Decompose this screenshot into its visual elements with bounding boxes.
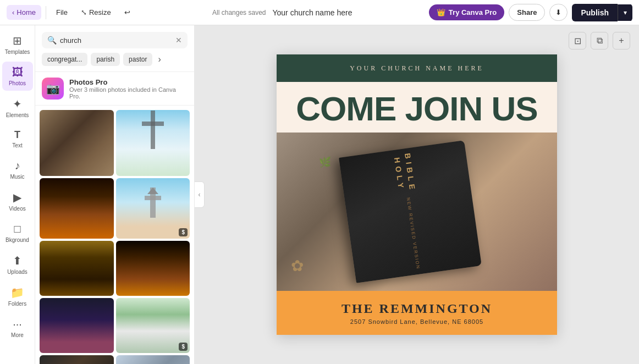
- divider: [46, 6, 46, 19]
- svg-rect-0: [151, 111, 155, 149]
- canvas-area: ‹ ⊡ ⧉ + YOUR CHURCH NAME HERE COME JOIN …: [195, 25, 639, 364]
- flyer-image-bg: HOLY BIBLE NEW REVISED VERSION ✿ 🌿: [277, 133, 557, 291]
- sidebar-item-text[interactable]: T Text: [2, 125, 33, 153]
- photo-item[interactable]: [116, 355, 190, 364]
- photos-pro-banner[interactable]: 📷 Photos Pro Over 3 million photos inclu…: [35, 71, 194, 106]
- filter-chip-pastor[interactable]: pastor: [123, 53, 152, 66]
- sidebar-item-elements[interactable]: ✦ Elements: [2, 93, 33, 123]
- photo-item[interactable]: $: [116, 178, 190, 239]
- text-label: Text: [12, 142, 22, 148]
- flyer-title-section: COME JOIN US: [277, 82, 557, 133]
- photo-item[interactable]: [116, 241, 190, 296]
- bible-illustration: HOLY BIBLE NEW REVISED VERSION: [339, 140, 481, 283]
- filter-chip-parish[interactable]: parish: [91, 53, 120, 66]
- publish-dropdown-button[interactable]: ▾: [618, 4, 632, 21]
- autosave-status: All changes saved: [212, 9, 266, 16]
- sidebar-item-photos[interactable]: 🖼 Photos: [2, 62, 33, 91]
- resize-button[interactable]: ⤡ Resize: [75, 5, 117, 20]
- flyer-main-title: COME JOIN US: [296, 92, 537, 126]
- photo-item[interactable]: $: [116, 298, 190, 353]
- publish-group: Publish ▾: [572, 4, 632, 21]
- folders-icon: 📁: [10, 286, 24, 299]
- topbar-right: 👑 Try Canva Pro Share ⬇ Publish ▾: [429, 4, 632, 21]
- background-label: Bkground: [5, 237, 29, 243]
- flyer-footer-name: THE REMMINGTON: [341, 301, 492, 316]
- premium-badge: $: [179, 343, 188, 351]
- photos-pro-title: Photos Pro: [69, 78, 188, 86]
- svg-marker-4: [147, 187, 158, 194]
- chip-label: pastor: [129, 56, 147, 63]
- add-tool-button[interactable]: +: [613, 32, 630, 49]
- share-button[interactable]: Share: [509, 4, 545, 21]
- svg-rect-3: [145, 196, 161, 200]
- topbar: ‹ Home File ⤡ Resize ↩ All changes saved…: [0, 0, 639, 25]
- star-icon: 👑: [437, 8, 445, 16]
- music-icon: ♪: [15, 159, 20, 172]
- sidebar-item-templates[interactable]: ⊞ Templates: [2, 30, 33, 59]
- templates-label: Templates: [5, 49, 30, 55]
- flyer-footer-address: 2507 Snowbird Lane, Bellevue, NE 68005: [350, 318, 483, 325]
- svg-rect-1: [142, 122, 164, 126]
- document-title[interactable]: Your church name here: [272, 8, 352, 17]
- flyer-header: YOUR CHURCH NAME HERE: [277, 54, 557, 82]
- frame-icon: ⊡: [574, 36, 581, 46]
- chip-label: parish: [96, 56, 114, 63]
- main-layout: ⊞ Templates 🖼 Photos ✦ Elements T Text ♪…: [0, 25, 639, 364]
- photos-panel: 🔍 ✕ congregat... parish pastor › 📷: [35, 25, 195, 364]
- chevron-left-icon: ‹: [12, 8, 14, 16]
- undo-button[interactable]: ↩: [119, 5, 136, 20]
- search-input[interactable]: [60, 36, 172, 45]
- sidebar-item-uploads[interactable]: ⬆ Uploads: [2, 250, 33, 279]
- topbar-center: All changes saved Your church name here: [140, 8, 425, 17]
- download-button[interactable]: ⬇: [549, 4, 568, 21]
- more-label: More: [11, 332, 24, 338]
- download-icon: ⬇: [555, 8, 561, 16]
- file-button[interactable]: File: [51, 5, 73, 20]
- photo-item[interactable]: [40, 178, 114, 239]
- sidebar-item-folders[interactable]: 📁 Folders: [2, 282, 33, 311]
- publish-button[interactable]: Publish: [572, 4, 618, 21]
- sidebar-item-music[interactable]: ♪ Music: [2, 155, 33, 184]
- undo-icon: ↩: [124, 8, 130, 16]
- chevron-down-icon: ▾: [624, 9, 627, 16]
- copy-tool-button[interactable]: ⧉: [591, 32, 608, 49]
- flyer-image: HOLY BIBLE NEW REVISED VERSION ✿ 🌿: [277, 133, 557, 291]
- photo-item[interactable]: [116, 110, 190, 176]
- photo-item[interactable]: [40, 241, 114, 296]
- sidebar-item-videos[interactable]: ▶ Videos: [2, 186, 33, 216]
- topbar-left: ‹ Home File ⤡ Resize ↩: [7, 5, 136, 20]
- sidebar-icons: ⊞ Templates 🖼 Photos ✦ Elements T Text ♪…: [0, 25, 35, 364]
- sidebar-item-background[interactable]: □ Bkground: [2, 218, 33, 247]
- copy-icon: ⧉: [597, 36, 603, 46]
- uploads-label: Uploads: [7, 269, 27, 275]
- sidebar-item-more[interactable]: ··· More: [2, 313, 33, 343]
- elements-label: Elements: [6, 112, 29, 118]
- photo-item[interactable]: [40, 355, 114, 364]
- filter-chips-more[interactable]: ›: [156, 54, 163, 64]
- search-icon: 🔍: [47, 36, 57, 45]
- flyer[interactable]: YOUR CHURCH NAME HERE COME JOIN US HOLY …: [277, 54, 557, 335]
- folders-label: Folders: [8, 301, 26, 307]
- publish-label: Publish: [581, 8, 609, 17]
- frame-tool-button[interactable]: ⊡: [569, 32, 586, 49]
- hide-panel-button[interactable]: ‹: [195, 181, 205, 208]
- chip-label: congregat...: [47, 56, 82, 63]
- videos-label: Videos: [9, 206, 25, 212]
- photos-pro-subtitle: Over 3 million photos included in Canva …: [69, 86, 188, 100]
- resize-icon: ⤡: [81, 8, 87, 16]
- videos-icon: ▶: [13, 191, 21, 204]
- elements-icon: ✦: [13, 97, 22, 111]
- photos-pro-text: Photos Pro Over 3 million photos include…: [69, 78, 188, 100]
- photo-item[interactable]: [40, 298, 114, 353]
- premium-badge: $: [179, 228, 188, 236]
- photo-item[interactable]: [40, 110, 114, 176]
- canva-pro-button[interactable]: 👑 Try Canva Pro: [429, 4, 504, 20]
- uploads-icon: ⬆: [13, 254, 22, 267]
- photos-icon: 🖼: [12, 66, 23, 79]
- home-button[interactable]: ‹ Home: [7, 5, 41, 20]
- clear-search-button[interactable]: ✕: [175, 36, 182, 45]
- templates-icon: ⊞: [13, 34, 22, 47]
- chevron-left-icon: ‹: [199, 191, 201, 198]
- filter-chip-congregation[interactable]: congregat...: [42, 53, 87, 66]
- resize-label: Resize: [89, 8, 111, 16]
